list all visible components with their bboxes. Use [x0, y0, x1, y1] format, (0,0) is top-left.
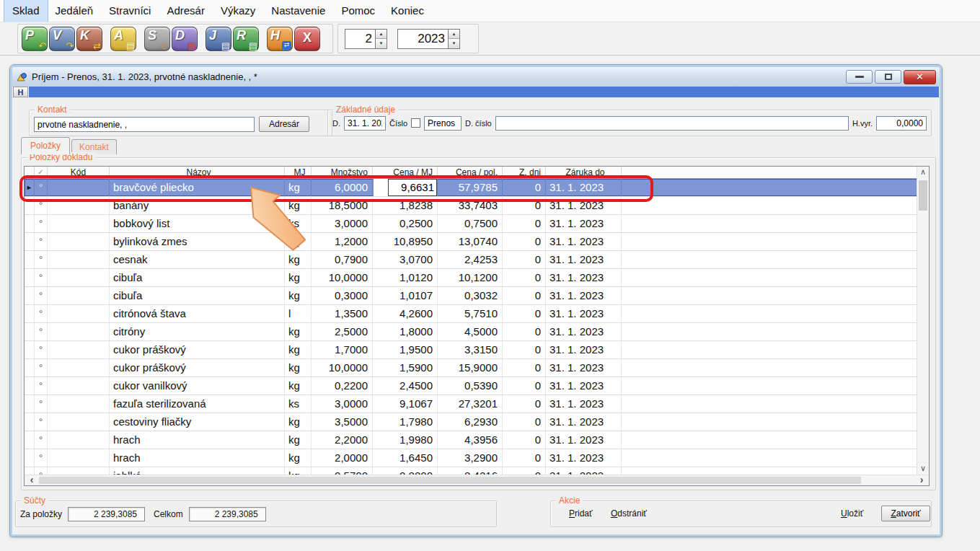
table-row[interactable]: ►°bravčové plieckokg6,00009,663157,97850…	[25, 179, 929, 197]
d-cislo-field[interactable]	[495, 116, 849, 131]
table-row[interactable]: °bobkový listks3,00000,25000,7500031. 1.…	[25, 215, 929, 233]
toolbar-j-blue-note[interactable]: J▤	[206, 27, 231, 51]
close-button[interactable]: ✕	[904, 70, 936, 84]
column-header-chk[interactable]: ✓	[35, 167, 48, 178]
table-row[interactable]: °cibuľakg10,00001,012010,1200031. 1. 202…	[25, 269, 929, 287]
toolbar-h-orange-teamviewer[interactable]: H⇄	[267, 27, 293, 51]
table-row[interactable]: °fazuľa sterilizovanáks3,00009,106727,32…	[25, 395, 929, 413]
table-row[interactable]: °cibuľakg0,30001,01070,3032031. 1. 2023	[25, 287, 929, 305]
year-spinner[interactable]: 2023 ▲ ▼	[397, 29, 460, 49]
column-header-cena_pol[interactable]: Cena / pol.	[438, 167, 503, 178]
column-header-fill[interactable]	[622, 167, 929, 178]
menu-item-koniec[interactable]: Koniec	[383, 0, 432, 22]
menu-item-jedalen[interactable]: Jedáleň	[48, 0, 102, 22]
menu-item-sklad[interactable]: Sklad	[4, 0, 48, 22]
odstranit-button[interactable]: Odstrániť	[611, 508, 647, 519]
table-row[interactable]: °cestoviny fliačkykg3,50001,79806,293003…	[25, 413, 929, 431]
toolbar-r-green-note[interactable]: R▤	[233, 27, 259, 51]
cell-sel	[25, 233, 35, 250]
table-row[interactable]: °cukor práškovýkg1,70001,95003,3150031. …	[25, 341, 929, 359]
table-row[interactable]: °hrachkg2,20001,99804,3956031. 1. 2023	[25, 431, 929, 449]
vertical-scroll-thumb[interactable]	[919, 180, 927, 211]
column-header-mnozstvo[interactable]: Množstvo	[312, 167, 373, 178]
column-header-nazov[interactable]: Názov	[110, 167, 285, 178]
menu-item-pomoc[interactable]: Pomoc	[333, 0, 383, 22]
scroll-down-icon[interactable]: ∨	[917, 463, 929, 475]
menu-item-stravnici[interactable]: Stravníci	[101, 0, 159, 22]
vertical-scrollbar[interactable]: ∧ ∨	[917, 167, 929, 475]
table-row[interactable]: °cukor vanilkovýkg0,22002,45000,5390031.…	[25, 377, 929, 395]
menu-item-adresar[interactable]: Adresár	[159, 0, 213, 22]
table-row[interactable]: °cukor práškovýkg10,00001,590015,9000031…	[25, 359, 929, 377]
toolbar-x-red-close[interactable]: X	[294, 27, 320, 51]
cell-cena_mj: 1,8238	[373, 197, 438, 214]
toolbar-letter: H	[270, 28, 280, 43]
typ-field[interactable]	[424, 116, 462, 131]
toolbar-k-brown-arrows[interactable]: K⇄	[76, 27, 102, 51]
scroll-up-icon[interactable]: ∧	[917, 167, 929, 178]
cell-fill	[622, 233, 929, 250]
horizontal-scroll-thumb[interactable]	[39, 477, 861, 484]
toolbar-p-green-arrow[interactable]: P↶	[22, 27, 48, 51]
table-row[interactable]: °hrachkg2,00001,64503,2900031. 1. 2023	[25, 449, 929, 467]
toolbar-d-purple-calendar[interactable]: D▦	[172, 27, 198, 51]
toolbar-v-blue-arrow[interactable]: V↷	[49, 27, 75, 51]
tab-polozky[interactable]: Položky	[21, 137, 70, 154]
cell-mnozstvo: 10,0000	[312, 269, 373, 286]
close-icon: ✕	[916, 71, 924, 82]
adresar-button[interactable]: Adresár	[259, 116, 309, 132]
cell-mj: kg	[285, 197, 312, 214]
column-header-z_dni[interactable]: Z. dni	[503, 167, 546, 178]
column-header-zaruka[interactable]: Záruka do	[546, 167, 622, 178]
cell-chk: °	[35, 431, 48, 449]
menu-bar: SkladJedáleňStravníciAdresárVýkazyNastav…	[0, 0, 980, 22]
h-button[interactable]: H	[13, 87, 28, 97]
month-value[interactable]: 2	[345, 29, 375, 49]
year-down-icon[interactable]: ▼	[449, 39, 459, 48]
r-green-note-glyph-icon: ▤	[249, 41, 257, 50]
cislo-checkbox[interactable]	[411, 118, 420, 128]
cell-cena_pol: 5,7510	[438, 305, 503, 322]
tab-strip: PoložkyKontakt	[21, 137, 118, 154]
cell-zaruka: 31. 1. 2023	[546, 197, 622, 214]
scroll-left-icon[interactable]: ‹	[26, 475, 37, 485]
column-header-cena_mj[interactable]: Cena / MJ	[373, 167, 438, 178]
month-up-icon[interactable]: ▲	[376, 30, 387, 40]
cell-cena_mj: 0,8800	[373, 467, 438, 475]
horizontal-scrollbar[interactable]: ‹ ›	[25, 475, 929, 485]
kontakt-input[interactable]	[34, 117, 255, 132]
cell-z_dni: 0	[503, 287, 546, 304]
window-titlebar[interactable]: Príjem - Prenos, 31. 1. 2023, prvotné na…	[12, 67, 940, 87]
table-row[interactable]: °citrónykg2,50001,80004,5000031. 1. 2023	[25, 323, 929, 341]
month-spinner[interactable]: 2 ▲ ▼	[345, 29, 387, 49]
pridat-button[interactable]: Pridať	[569, 508, 593, 519]
column-header-kod[interactable]: Kód	[48, 167, 110, 178]
ulozit-button[interactable]: Uložiť	[841, 508, 863, 519]
maximize-button[interactable]	[875, 70, 901, 84]
cell-chk: °	[35, 449, 48, 467]
table-row[interactable]: °cesnakkg0,79003,07002,4253031. 1. 2023	[25, 251, 929, 269]
h-vyr-field[interactable]	[876, 116, 927, 131]
month-down-icon[interactable]: ▼	[376, 39, 387, 48]
zatvorit-button[interactable]: Zatvoriť	[881, 506, 930, 521]
table-row[interactable]: °bylinková zmeskg1,200010,895013,0740031…	[25, 233, 929, 251]
cell-fill	[622, 197, 929, 214]
cell-mj: kg	[285, 341, 312, 358]
table-row[interactable]: °jablkákg0,57000,88008,4216031. 1. 2023	[25, 467, 929, 475]
table-row[interactable]: °citrónová štaval1,35004,26005,7510031. …	[25, 305, 929, 323]
cell-fill	[622, 341, 929, 358]
toolbar-a-yellow-note[interactable]: A▤	[110, 27, 136, 51]
scroll-right-icon[interactable]: ›	[916, 475, 927, 485]
date-field[interactable]	[344, 116, 386, 131]
column-header-mj[interactable]: MJ	[285, 167, 312, 178]
year-value[interactable]: 2023	[397, 29, 448, 49]
column-header-sel[interactable]	[25, 167, 35, 178]
menu-item-nastavenie[interactable]: Nastavenie	[263, 0, 333, 22]
toolbar-s-gray-people[interactable]: S☺	[144, 27, 170, 51]
cena-mj-edit-value[interactable]: 9,6631	[388, 179, 437, 196]
minimize-button[interactable]	[846, 70, 873, 84]
cena-mj-edit-field[interactable]: 9,6631	[374, 179, 437, 196]
table-row[interactable]: °banánykg18,50001,823833,7403031. 1. 202…	[25, 197, 929, 215]
menu-item-vykazy[interactable]: Výkazy	[213, 0, 263, 22]
year-up-icon[interactable]: ▲	[449, 30, 459, 40]
